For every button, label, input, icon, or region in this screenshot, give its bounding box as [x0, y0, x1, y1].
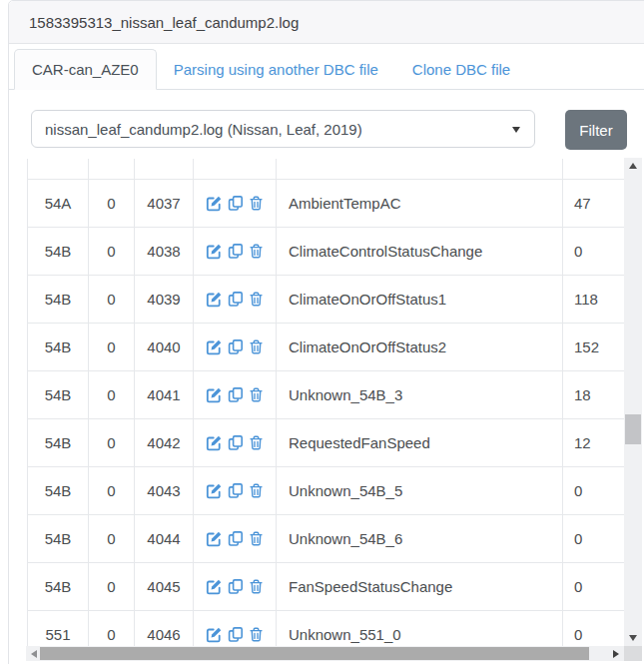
cell-actions	[194, 180, 277, 227]
tab-label: Clone DBC file	[412, 61, 510, 78]
scroll-down-button[interactable]	[624, 630, 642, 646]
delete-icon[interactable]	[249, 578, 264, 595]
edit-icon[interactable]	[206, 626, 223, 643]
cell-signal-name: Unknown_54B_3	[277, 371, 563, 418]
cell-bus: 0	[89, 611, 135, 647]
delete-icon[interactable]	[249, 482, 264, 499]
scroll-right-button[interactable]	[608, 646, 624, 661]
signals-table: 54A 0 4037	[27, 159, 625, 647]
filter-button[interactable]: Filter	[565, 110, 627, 150]
cell-actions	[194, 371, 277, 418]
cell-can-id: 54B	[28, 228, 89, 275]
cell-value: 152	[563, 324, 625, 370]
cell-can-id: 54B	[28, 563, 89, 610]
cell-actions	[194, 563, 277, 610]
table-row: 54B 0 4041	[28, 371, 625, 419]
copy-icon[interactable]	[228, 434, 244, 451]
edit-icon[interactable]	[206, 195, 223, 212]
scrollbar-corner	[624, 646, 642, 661]
cell-signal-name: AmbientTempAC	[277, 180, 563, 227]
cell-value: 0	[563, 611, 625, 647]
cell-msg-num: 4037	[135, 180, 194, 227]
dbc-file-select-value: nissan_leaf_candump2.log (Nissan, Leaf, …	[45, 121, 362, 138]
cell-signal-name: FanSpeedStatusChange	[277, 563, 563, 610]
cell-msg-num: 4046	[135, 611, 194, 647]
edit-icon[interactable]	[206, 338, 223, 355]
dbc-file-card: 1583395313_nissan_leaf_candump2.log CAR-…	[8, 0, 644, 664]
edit-icon[interactable]	[206, 578, 223, 595]
cell-value: 0	[563, 228, 625, 275]
edit-icon[interactable]	[206, 291, 223, 308]
cell-bus: 0	[89, 563, 135, 610]
arrow-down-icon	[629, 635, 637, 641]
tab-clone-dbc[interactable]: Clone DBC file	[395, 49, 527, 89]
arrow-left-icon	[31, 650, 37, 658]
cell-signal-name	[277, 159, 563, 179]
copy-icon[interactable]	[228, 291, 244, 308]
table-row: 54B 0 4040	[28, 324, 625, 371]
edit-icon[interactable]	[206, 482, 223, 499]
cell-signal-name: Unknown_54B_6	[277, 515, 563, 562]
cell-value	[563, 159, 625, 179]
cell-msg-num: 4041	[135, 371, 194, 418]
cell-actions	[194, 515, 277, 562]
dbc-file-select[interactable]: nissan_leaf_candump2.log (Nissan, Leaf, …	[31, 110, 535, 148]
table-row: 54B 0 4044	[28, 515, 625, 563]
arrow-up-icon	[629, 163, 637, 169]
copy-icon[interactable]	[228, 626, 244, 643]
delete-icon[interactable]	[249, 386, 264, 403]
cell-actions	[194, 419, 277, 466]
cell-value: 47	[563, 180, 625, 227]
edit-icon[interactable]	[206, 243, 223, 260]
cell-msg-num: 4044	[135, 515, 194, 562]
cell-bus: 0	[89, 228, 135, 275]
cell-actions	[194, 159, 277, 179]
table-row: 54B 0 4038	[28, 228, 625, 276]
copy-icon[interactable]	[228, 338, 244, 355]
edit-icon[interactable]	[206, 386, 223, 403]
cell-can-id: 54B	[28, 515, 89, 562]
cell-bus: 0	[89, 180, 135, 227]
cell-signal-name: Unknown_54B_5	[277, 467, 563, 514]
cell-msg-num: 4045	[135, 563, 194, 610]
table-row: 54B 0 4042	[28, 419, 625, 467]
cell-value: 18	[563, 371, 625, 418]
cell-signal-name: RequestedFanSpeed	[277, 419, 563, 466]
chevron-down-icon	[512, 127, 520, 133]
cell-bus: 0	[89, 276, 135, 323]
delete-icon[interactable]	[249, 338, 264, 355]
copy-icon[interactable]	[228, 578, 244, 595]
copy-icon[interactable]	[228, 482, 244, 499]
vertical-scrollbar-thumb[interactable]	[625, 414, 641, 444]
delete-icon[interactable]	[249, 243, 264, 260]
tab-parse-other-dbc[interactable]: Parsing using another DBC file	[157, 49, 395, 89]
horizontal-scrollbar[interactable]	[26, 646, 624, 661]
scroll-up-button[interactable]	[624, 158, 642, 174]
delete-icon[interactable]	[249, 291, 264, 308]
vertical-scrollbar[interactable]	[624, 158, 642, 646]
cell-value: 0	[563, 467, 625, 514]
copy-icon[interactable]	[228, 195, 244, 212]
cell-can-id: 54B	[28, 324, 89, 370]
delete-icon[interactable]	[249, 195, 264, 212]
delete-icon[interactable]	[249, 530, 264, 547]
copy-icon[interactable]	[228, 243, 244, 260]
edit-icon[interactable]	[206, 530, 223, 547]
cell-value: 12	[563, 419, 625, 466]
cell-value: 118	[563, 276, 625, 323]
copy-icon[interactable]	[228, 530, 244, 547]
cell-msg-num: 4039	[135, 276, 194, 323]
table-row-partial	[28, 159, 625, 180]
delete-icon[interactable]	[249, 434, 264, 451]
cell-actions	[194, 467, 277, 514]
horizontal-scrollbar-thumb[interactable]	[40, 647, 589, 660]
cell-can-id: 54B	[28, 276, 89, 323]
tab-car-can-aze0[interactable]: CAR-can_AZE0	[14, 49, 157, 90]
dbc-tabs: CAR-can_AZE0 Parsing using another DBC f…	[9, 49, 644, 90]
cell-signal-name: ClimateOnOrOffStatus1	[277, 276, 563, 323]
file-header: 1583395313_nissan_leaf_candump2.log	[9, 1, 644, 44]
cell-bus: 0	[89, 371, 135, 418]
delete-icon[interactable]	[249, 626, 264, 643]
edit-icon[interactable]	[206, 434, 223, 451]
copy-icon[interactable]	[228, 386, 244, 403]
